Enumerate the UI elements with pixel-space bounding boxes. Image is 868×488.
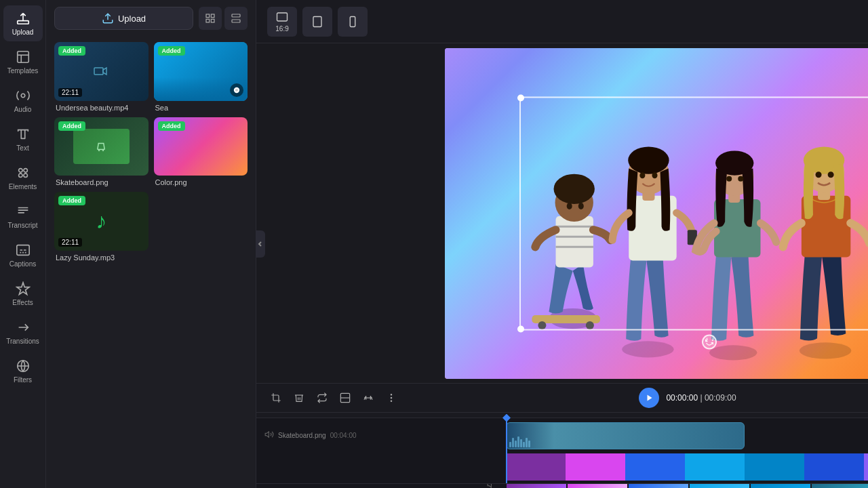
timeline-ruler: 00:00 00:01 00:02 00:03 00:04 00:05 00:0… [256, 413, 868, 418]
added-badge: Added [58, 46, 85, 56]
upload-button[interactable]: Upload [54, 7, 193, 30]
media-grid: Added 22:11 Undersea beauty.mp4 Added S [46, 37, 256, 267]
svg-rect-16 [232, 14, 240, 17]
sidebar-text-label: Text [16, 144, 28, 152]
canvas-viewport: Remove background Auto removal Remove ba… [256, 43, 868, 383]
sidebar-elements-label: Elements [9, 183, 37, 190]
svg-rect-14 [211, 19, 214, 22]
svg-rect-9 [16, 245, 28, 256]
sidebar-item-templates[interactable]: Templates [3, 44, 43, 80]
sidebar-item-transitions[interactable]: Transitions [3, 314, 43, 350]
list-view-button[interactable] [224, 7, 248, 30]
loop-button[interactable] [313, 389, 331, 407]
svg-rect-27 [556, 216, 593, 267]
svg-point-4 [21, 94, 25, 98]
ruler-mark: 00:06 [864, 413, 868, 415]
panel-collapse-handle[interactable] [256, 230, 265, 258]
upload-label: Upload [118, 14, 146, 24]
list-item[interactable]: Added Skateboard.png [54, 117, 149, 187]
svg-rect-18 [94, 68, 103, 75]
list-item[interactable]: Added Sea [154, 42, 248, 112]
editor-area: 16:9 [256, 0, 868, 488]
strip-segment [507, 483, 566, 488]
media-filename: Lazy Sunday.mp3 [54, 253, 149, 262]
sidebar-transcript-label: Transcript [7, 222, 37, 229]
tablet-ratio-button[interactable] [302, 7, 332, 37]
media-filename: Sea [154, 104, 248, 112]
media-thumbnail: Added [154, 42, 248, 101]
ruler-mark: 00:02 [625, 413, 685, 415]
color-clip[interactable] [506, 453, 868, 481]
ruler-marks: 00:00 00:01 00:02 00:03 00:04 00:05 00:0… [506, 413, 868, 415]
delete-button[interactable] [290, 389, 308, 407]
timeline-playhead[interactable] [506, 418, 507, 483]
list-item[interactable]: ♪ Added 22:11 Lazy Sunday.mp3 [54, 192, 149, 262]
color-segment [745, 453, 804, 481]
svg-marker-80 [265, 432, 269, 437]
sidebar-audio-label: Audio [14, 106, 32, 113]
canvas-background [445, 48, 868, 379]
track-name-label: Skateboard.png [278, 432, 326, 439]
sidebar-item-filters[interactable]: Filters [3, 353, 43, 389]
video-icon-overlay [230, 83, 243, 97]
svg-point-58 [816, 171, 822, 178]
svg-point-42 [628, 146, 669, 174]
video-clip[interactable] [506, 422, 745, 449]
trim-button[interactable] [336, 389, 354, 407]
added-badge: Added [158, 121, 185, 131]
svg-point-22 [102, 150, 104, 151]
playback-controls: 00:00:00 | 00:09:00 [639, 388, 736, 408]
timeline-toolbar: 00:00:00 | 00:09:00 [256, 383, 868, 413]
sidebar-item-elements[interactable]: Elements [3, 160, 43, 196]
svg-point-63 [391, 394, 391, 395]
sidebar-item-audio[interactable]: Audio [3, 83, 43, 119]
desktop-ratio-button[interactable]: 16:9 [267, 7, 297, 37]
grid-view-button[interactable] [199, 7, 222, 30]
list-item[interactable]: Added Color.png [154, 117, 248, 187]
more-tools-button[interactable] [382, 389, 400, 407]
phone-ratio-button[interactable] [338, 7, 368, 37]
track-label: Skateboard.png 00:04:00 [256, 421, 500, 451]
sidebar-item-upload[interactable]: Upload [3, 5, 43, 41]
bottom-track-volume[interactable] [487, 483, 496, 488]
svg-point-5 [18, 169, 22, 173]
media-thumbnail: Added 22:11 [54, 42, 149, 101]
sidebar-item-effects[interactable]: Effects [3, 276, 43, 312]
play-button[interactable] [639, 388, 659, 408]
color-segment [566, 453, 625, 481]
color-segment [625, 453, 685, 481]
sidebar-item-captions[interactable]: Captions [3, 237, 43, 273]
svg-rect-0 [17, 21, 28, 24]
svg-rect-24 [313, 16, 321, 26]
svg-rect-17 [232, 20, 240, 22]
sidebar-item-transcript[interactable]: Transcript [3, 199, 43, 235]
list-item[interactable]: Added 22:11 Undersea beauty.mp4 [54, 42, 149, 112]
sidebar-item-text[interactable]: Text [3, 121, 43, 157]
media-thumbnail: ♪ Added 22:11 [54, 192, 149, 251]
media-panel-header: Upload [46, 0, 256, 37]
color-segment [685, 453, 745, 481]
sidebar-effects-label: Effects [12, 299, 33, 306]
media-duration: 22:11 [58, 88, 82, 97]
table-row [506, 453, 868, 483]
track-volume-button[interactable] [264, 430, 274, 441]
svg-point-34 [578, 203, 584, 209]
svg-point-38 [622, 341, 673, 357]
strip-segment [751, 483, 810, 488]
canvas-toolbar: 16:9 [256, 0, 868, 43]
crop-tool-button[interactable] [267, 389, 285, 407]
svg-point-43 [639, 172, 645, 178]
svg-point-33 [567, 203, 572, 209]
svg-rect-23 [277, 13, 288, 21]
total-time: 00:09:00 [705, 393, 736, 403]
svg-point-6 [23, 169, 26, 173]
sidebar-upload-label: Upload [12, 28, 34, 36]
media-thumbnail: Added [54, 117, 149, 176]
flip-button[interactable] [359, 389, 377, 407]
ruler-mark: 00:00 [506, 413, 566, 415]
timecode: 00:00:00 | 00:09:00 [666, 393, 736, 403]
svg-point-20 [235, 88, 238, 91]
timeline: 00:00 00:01 00:02 00:03 00:04 00:05 00:0… [256, 413, 868, 488]
svg-point-65 [391, 401, 391, 401]
left-sidebar: Upload Templates Audio Text Elements Tra… [0, 0, 46, 488]
